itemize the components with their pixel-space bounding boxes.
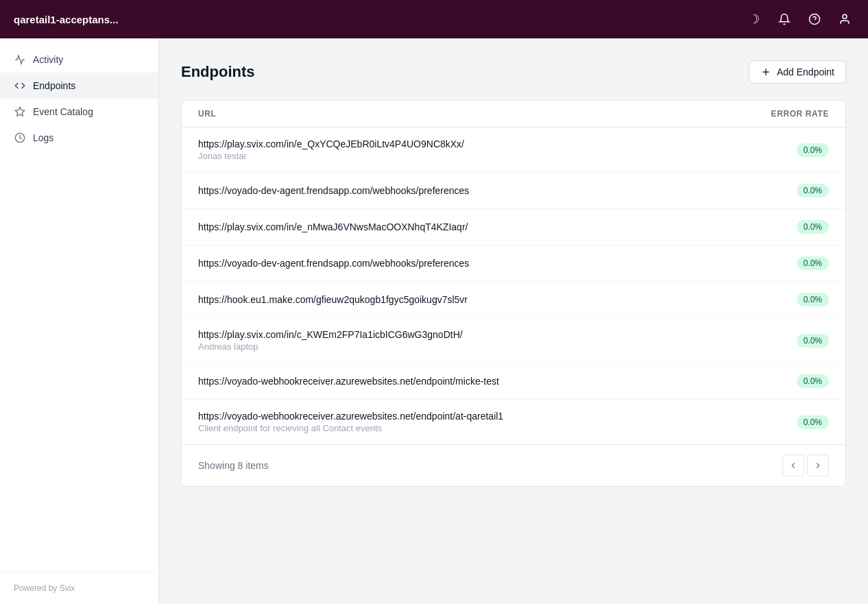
endpoint-subtitle: Jonas testar bbox=[198, 151, 747, 161]
error-rate-badge: 0.0% bbox=[797, 334, 829, 348]
help-icon[interactable] bbox=[805, 10, 824, 29]
table-header: URL ERROR RATE bbox=[182, 101, 845, 128]
table-body: https://play.svix.com/in/e_QxYCQeJEbR0iL… bbox=[182, 128, 845, 444]
prev-page-button[interactable] bbox=[782, 455, 804, 476]
sidebar-item-endpoints-label: Endpoints bbox=[33, 80, 75, 91]
column-url: URL bbox=[198, 109, 747, 119]
sidebar-item-logs-label: Logs bbox=[33, 132, 53, 143]
table-row[interactable]: https://play.svix.com/in/e_QxYCQeJEbR0iL… bbox=[182, 128, 845, 173]
sidebar-footer: Powered by Svix bbox=[0, 572, 158, 604]
plus-icon bbox=[760, 67, 771, 77]
svg-marker-3 bbox=[15, 107, 24, 116]
error-rate-badge: 0.0% bbox=[797, 374, 829, 388]
next-page-button[interactable] bbox=[807, 455, 829, 476]
header-icons: ☽ bbox=[745, 10, 854, 29]
sidebar: Activity Endpoints Event Catalog bbox=[0, 38, 159, 604]
sidebar-item-activity-label: Activity bbox=[33, 54, 63, 65]
table-footer: Showing 8 items bbox=[182, 444, 845, 486]
sidebar-nav: Activity Endpoints Event Catalog bbox=[0, 38, 158, 572]
logs-icon bbox=[14, 132, 26, 144]
sidebar-item-event-catalog[interactable]: Event Catalog bbox=[0, 99, 158, 125]
error-rate-badge: 0.0% bbox=[797, 143, 829, 157]
event-catalog-icon bbox=[14, 106, 26, 118]
column-error-rate: ERROR RATE bbox=[747, 109, 829, 119]
table-row[interactable]: https://voyado-webhookreceiver.azurewebs… bbox=[182, 363, 845, 400]
header: qaretail1-acceptans... ☽ bbox=[0, 0, 868, 38]
endpoint-url: https://hook.eu1.make.com/gfieuw2qukogb1… bbox=[198, 294, 747, 305]
endpoint-subtitle: Andreas laptop bbox=[198, 341, 747, 352]
endpoint-subtitle: Client endpoint for recieving all Contac… bbox=[198, 423, 747, 433]
endpoint-url: https://play.svix.com/in/c_KWEm2FP7Ia1ic… bbox=[198, 329, 747, 340]
error-rate-badge: 0.0% bbox=[797, 220, 829, 234]
endpoint-url: https://play.svix.com/in/e_QxYCQeJEbR0iL… bbox=[198, 138, 747, 149]
sidebar-item-event-catalog-label: Event Catalog bbox=[33, 106, 93, 117]
svg-point-2 bbox=[843, 14, 847, 19]
table-row[interactable]: https://voyado-dev-agent.frendsapp.com/w… bbox=[182, 173, 845, 209]
endpoint-url: https://voyado-webhookreceiver.azurewebs… bbox=[198, 411, 747, 422]
sidebar-item-activity[interactable]: Activity bbox=[0, 47, 158, 73]
endpoint-url: https://voyado-dev-agent.frendsapp.com/w… bbox=[198, 185, 747, 196]
error-rate-badge: 0.0% bbox=[797, 256, 829, 270]
endpoint-url: https://play.svix.com/in/e_nMwaJ6VNwsMac… bbox=[198, 221, 747, 232]
endpoint-url: https://voyado-webhookreceiver.azurewebs… bbox=[198, 376, 747, 387]
pagination bbox=[782, 455, 829, 476]
notifications-icon[interactable] bbox=[775, 10, 794, 29]
table-row[interactable]: https://play.svix.com/in/c_KWEm2FP7Ia1ic… bbox=[182, 318, 845, 363]
user-icon[interactable] bbox=[835, 10, 854, 29]
add-endpoint-button[interactable]: Add Endpoint bbox=[749, 60, 846, 84]
chevron-right-icon bbox=[813, 461, 823, 470]
main-content: Endpoints Add Endpoint URL ERROR RATE ht… bbox=[159, 38, 868, 604]
showing-count: Showing 8 items bbox=[198, 460, 269, 471]
sidebar-item-logs[interactable]: Logs bbox=[0, 125, 158, 151]
chevron-left-icon bbox=[788, 461, 798, 470]
sidebar-item-endpoints[interactable]: Endpoints bbox=[0, 73, 158, 99]
error-rate-badge: 0.0% bbox=[797, 184, 829, 197]
page-title: Endpoints bbox=[181, 63, 255, 81]
app-title: qaretail1-acceptans... bbox=[14, 14, 119, 25]
endpoint-url: https://voyado-dev-agent.frendsapp.com/w… bbox=[198, 258, 747, 269]
activity-icon bbox=[14, 53, 26, 66]
endpoints-icon bbox=[14, 80, 26, 92]
theme-toggle-icon[interactable]: ☽ bbox=[745, 10, 764, 29]
table-row[interactable]: https://voyado-dev-agent.frendsapp.com/w… bbox=[182, 245, 845, 282]
endpoints-table: URL ERROR RATE https://play.svix.com/in/… bbox=[181, 100, 846, 487]
error-rate-badge: 0.0% bbox=[797, 415, 829, 429]
table-row[interactable]: https://voyado-webhookreceiver.azurewebs… bbox=[182, 400, 845, 444]
table-row[interactable]: https://hook.eu1.make.com/gfieuw2qukogb1… bbox=[182, 282, 845, 318]
layout: Activity Endpoints Event Catalog bbox=[0, 38, 868, 604]
error-rate-badge: 0.0% bbox=[797, 293, 829, 306]
table-row[interactable]: https://play.svix.com/in/e_nMwaJ6VNwsMac… bbox=[182, 209, 845, 245]
page-header: Endpoints Add Endpoint bbox=[181, 60, 846, 84]
